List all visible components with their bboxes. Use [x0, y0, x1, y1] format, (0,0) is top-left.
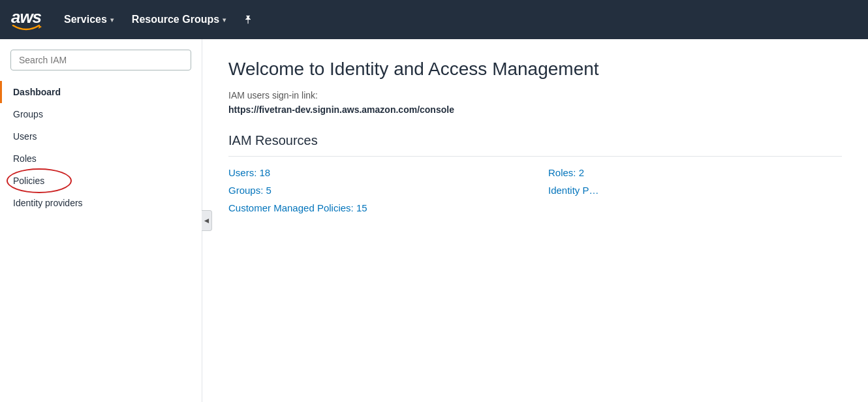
identity-providers-resource-link[interactable]: Identity P… — [548, 185, 842, 196]
resources-divider — [228, 156, 842, 157]
services-menu-button[interactable]: Services ▾ — [57, 10, 120, 29]
sidebar-item-users[interactable]: Users — [0, 125, 202, 147]
search-input[interactable] — [10, 50, 191, 70]
pin-icon[interactable]: 🖈 — [243, 13, 255, 27]
sidebar-item-dashboard[interactable]: Dashboard — [0, 81, 202, 103]
groups-resource-link[interactable]: Groups: 5 — [228, 185, 522, 196]
search-box — [10, 50, 191, 70]
top-navigation: aws Services ▾ Resource Groups ▾ 🖈 — [0, 0, 868, 39]
resources-grid: Users: 18 Roles: 2 Groups: 5 Identity P…… — [228, 167, 842, 213]
users-resource-link[interactable]: Users: 18 — [228, 167, 522, 178]
signin-link[interactable]: https://fivetran-dev.signin.aws.amazon.c… — [228, 104, 842, 115]
sidebar: Dashboard Groups Users Roles Policies Id… — [0, 39, 202, 402]
customer-managed-policies-resource-link[interactable]: Customer Managed Policies: 15 — [228, 202, 522, 213]
roles-resource-link[interactable]: Roles: 2 — [548, 167, 842, 178]
services-chevron-icon: ▾ — [110, 16, 114, 23]
services-label: Services — [64, 14, 107, 25]
sidebar-item-policies[interactable]: Policies — [0, 170, 202, 192]
resource-groups-menu-button[interactable]: Resource Groups ▾ — [125, 10, 232, 29]
sidebar-item-groups[interactable]: Groups — [0, 103, 202, 125]
iam-resources-title: IAM Resources — [228, 133, 842, 148]
aws-logo[interactable]: aws — [10, 8, 42, 31]
policies-circle-highlight — [7, 168, 72, 193]
sidebar-collapse-button[interactable]: ◄ — [202, 210, 212, 231]
sidebar-item-identity-providers[interactable]: Identity providers — [0, 192, 202, 214]
resource-groups-label: Resource Groups — [132, 14, 219, 25]
signin-label: IAM users sign-in link: — [228, 90, 842, 100]
main-content: Welcome to Identity and Access Managemen… — [202, 39, 868, 402]
sidebar-nav: Dashboard Groups Users Roles Policies Id… — [0, 81, 202, 214]
page-title: Welcome to Identity and Access Managemen… — [228, 59, 842, 80]
main-layout: Dashboard Groups Users Roles Policies Id… — [0, 39, 868, 402]
resource-groups-chevron-icon: ▾ — [223, 16, 226, 23]
sidebar-item-roles[interactable]: Roles — [0, 147, 202, 170]
